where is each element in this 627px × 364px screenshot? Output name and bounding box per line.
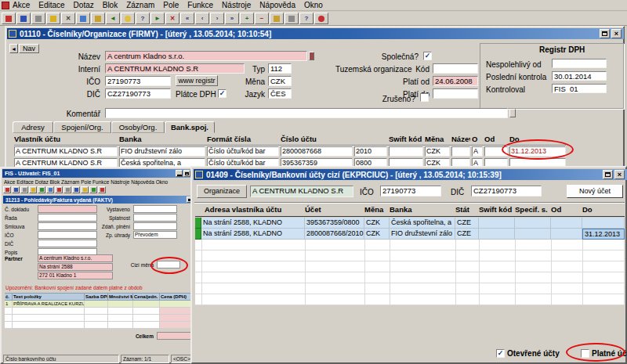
- cell-text[interactable]: PŘÍPRAVA A REALIZACE KURZU: [13, 301, 85, 308]
- cell-cena[interactable]: [133, 308, 160, 315]
- next-record-icon[interactable]: ›: [210, 13, 224, 24]
- ico-field[interactable]: 27190773: [105, 76, 171, 86]
- cell-cena-dph[interactable]: [160, 301, 191, 308]
- lock-record-icon[interactable]: [270, 13, 284, 24]
- ucty-table-empty-row[interactable]: [195, 250, 625, 261]
- cell-swift[interactable]: [479, 229, 515, 240]
- find-icon[interactable]: [121, 13, 135, 24]
- cell-mnozstvi[interactable]: [108, 315, 133, 322]
- execute-query-icon[interactable]: ►: [150, 13, 165, 24]
- insert-record-icon[interactable]: +: [240, 13, 254, 24]
- toolbar-icon[interactable]: [20, 186, 28, 193]
- doklad-child-titlebar[interactable]: 31213 - Pohledávky/Faktura vydaná (FAKTV…: [3, 196, 201, 204]
- prev-record-icon[interactable]: ‹: [195, 13, 209, 24]
- cell-kod-banky[interactable]: 2010: [354, 146, 387, 157]
- cell-mnozstvi[interactable]: [108, 308, 133, 315]
- cell-adresa[interactable]: Na strání 2588, KLADNO: [201, 218, 305, 229]
- cell-sazba[interactable]: [85, 315, 108, 322]
- doklad-menubar[interactable]: Akce Editace Dotaz Blok Záznam Pole Funk…: [4, 178, 200, 186]
- dic-field[interactable]: CZ27190773: [105, 88, 171, 99]
- cell-mnozstvi[interactable]: [108, 322, 133, 329]
- cell-banka[interactable]: Česká spořitelna, a: [390, 218, 455, 229]
- cell-mena[interactable]: CZK: [425, 146, 450, 157]
- cell-do[interactable]: 31.12.2013: [582, 229, 625, 240]
- menu-napoveda[interactable]: Nápověda: [259, 1, 295, 9]
- cell-mnozstvi[interactable]: [108, 301, 133, 308]
- cell-od[interactable]: [551, 218, 582, 229]
- platne-ucty-checkbox[interactable]: [581, 349, 589, 358]
- spolecna-checkbox[interactable]: ✓: [423, 52, 432, 60]
- restore-button[interactable]: [183, 170, 190, 177]
- cell-cena-dph[interactable]: [160, 308, 191, 315]
- cell-sazba[interactable]: [85, 322, 108, 329]
- ucty-table-empty-row[interactable]: [195, 272, 625, 283]
- nazev-field[interactable]: A centrum Kladno s.r.o.: [105, 51, 307, 61]
- cell-sazba[interactable]: [85, 308, 108, 315]
- partner-street-field[interactable]: Na strání 2588: [38, 263, 113, 271]
- menu-blok[interactable]: Blok: [103, 1, 118, 9]
- organizace-titlebar[interactable]: 01110 - Číselníky/Organizace (FIRMY) - […: [7, 28, 624, 39]
- cell-text[interactable]: [13, 315, 85, 322]
- cell-ucet[interactable]: 395367359/0800: [305, 218, 364, 229]
- cell-do[interactable]: [582, 218, 625, 229]
- restore-button[interactable]: [600, 29, 610, 38]
- www-registr-button[interactable]: www registr: [176, 75, 218, 86]
- items-table-row[interactable]: [5, 315, 191, 322]
- ucty-table-empty-row[interactable]: [195, 261, 625, 272]
- ico-field[interactable]: [38, 231, 97, 239]
- organizace-button[interactable]: Organizace: [197, 185, 247, 198]
- ucty-table-row[interactable]: Na strání 2588, KLADNO 2800087668/2010 C…: [195, 229, 625, 240]
- mena-field[interactable]: CZK: [268, 76, 292, 86]
- toolbar-icon[interactable]: [81, 186, 89, 193]
- nav-tab[interactable]: Nav: [19, 44, 39, 53]
- cell-swift[interactable]: [479, 218, 515, 229]
- cell-format[interactable]: Číslo účtu/kód bar: [207, 146, 279, 157]
- nazev-lov-button[interactable]: [309, 52, 314, 60]
- toolbar-icon[interactable]: [98, 186, 106, 193]
- novy-ucet-button[interactable]: Nový účet: [567, 185, 623, 198]
- cell-specif[interactable]: [515, 218, 551, 229]
- edit-icon[interactable]: [285, 13, 299, 24]
- cell-nazev[interactable]: [451, 146, 470, 157]
- cell-text[interactable]: [13, 322, 85, 329]
- komentar-editor-button[interactable]: [509, 109, 516, 117]
- copy-icon[interactable]: [76, 13, 90, 24]
- cell-c[interactable]: 1: [5, 301, 13, 308]
- toolbar-icon[interactable]: [29, 186, 37, 193]
- close-button[interactable]: ×: [611, 29, 622, 38]
- dic-field[interactable]: CZ27190773: [471, 186, 542, 196]
- cell-stat[interactable]: CZE: [455, 229, 479, 240]
- cizi-mena-field[interactable]: [157, 261, 180, 268]
- cell-cislo[interactable]: 2800087668: [281, 146, 353, 157]
- cell-cena[interactable]: [133, 315, 160, 322]
- ucty-table-empty-row[interactable]: [195, 283, 625, 294]
- items-table-row[interactable]: 1 PŘÍPRAVA A REALIZACE KURZU: [5, 301, 191, 308]
- toolbar-icon[interactable]: [3, 186, 11, 193]
- cell-text[interactable]: [13, 308, 85, 315]
- menu-funkce[interactable]: Funkce: [187, 1, 213, 9]
- smlouva-field[interactable]: [38, 222, 97, 230]
- exit-icon[interactable]: [2, 13, 16, 24]
- toolbar-icon[interactable]: [46, 186, 54, 193]
- close-form-icon[interactable]: [314, 13, 328, 24]
- toolbar-icon[interactable]: [63, 186, 71, 193]
- partner-city-field[interactable]: 272 01 Kladno 1: [38, 272, 113, 279]
- toolbar-icon[interactable]: [72, 186, 80, 193]
- menu-okno[interactable]: Okno: [304, 1, 323, 9]
- ucty-table-row[interactable]: Na strání 2588, KLADNO 395367359/0800 CZ…: [195, 218, 625, 229]
- cdok-field[interactable]: [38, 205, 97, 213]
- jazyk-field[interactable]: ČES: [268, 88, 292, 99]
- toolbar-icon[interactable]: [55, 186, 63, 193]
- save-icon[interactable]: [16, 13, 31, 24]
- dic-field[interactable]: [38, 240, 97, 247]
- cell-cena-dph[interactable]: [160, 322, 191, 329]
- posledni-kontrola-field[interactable]: 30.01.2014: [552, 71, 607, 81]
- tab-spojeni-org[interactable]: Spojení/Org.: [53, 121, 111, 133]
- zdanpl-field[interactable]: [133, 222, 177, 230]
- cell-cena-dph[interactable]: [160, 315, 191, 322]
- cell-banka[interactable]: FIO družstevní zálo: [119, 146, 205, 157]
- otevrene-ucty-checkbox[interactable]: ✓: [496, 349, 505, 358]
- cell-od[interactable]: [484, 146, 508, 157]
- cell-cena[interactable]: [133, 322, 160, 329]
- minimize-button[interactable]: [176, 170, 183, 177]
